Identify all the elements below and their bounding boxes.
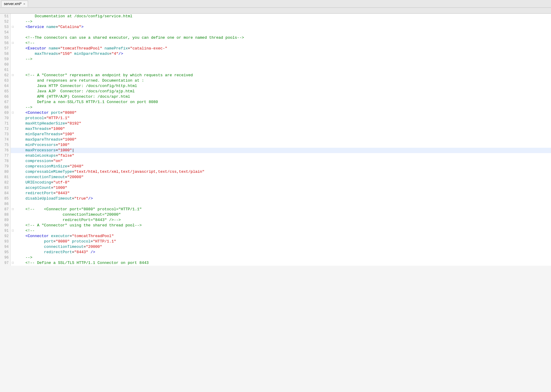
line-content-68[interactable]: --> (15, 105, 551, 110)
fold-indicator-88 (11, 212, 15, 217)
line-90: 90 <!-- A "Connector" using the shared t… (0, 223, 551, 228)
line-content-62[interactable]: <!-- A "Connector" represents an endpoin… (15, 73, 551, 78)
fold-indicator-73 (11, 132, 15, 137)
line-content-97[interactable]: <!-- Define a SSL/TLS HTTP/1.1 Connector… (15, 260, 551, 266)
line-content-82[interactable]: URIEncoding="utf-8" (15, 180, 551, 185)
line-content-63[interactable]: and responses are returned. Documentatio… (15, 78, 551, 83)
line-56: 56□ <!-- (0, 41, 551, 46)
line-64: 64 Java HTTP Connector: /docs/config/htt… (0, 83, 551, 89)
line-number-84: 84 (0, 191, 11, 196)
line-87: 87□ <!-- <Connector port="8080" protocol… (0, 207, 551, 212)
fold-indicator-90 (11, 223, 15, 228)
fold-indicator-62[interactable]: □ (11, 73, 15, 78)
line-content-89[interactable]: redirectPort="8443" />--> (15, 217, 551, 223)
tab-close-button[interactable]: × (23, 2, 25, 6)
line-content-75[interactable]: minProcessors="100" (15, 142, 551, 148)
line-number-73: 73 (0, 132, 11, 137)
fold-indicator-56[interactable]: □ (11, 41, 15, 46)
line-content-64[interactable]: Java HTTP Connector: /docs/config/http.h… (15, 83, 551, 89)
line-content-79[interactable]: compressionMinSize="2048" (15, 164, 551, 169)
line-58: 58 maxThreads="150" minSpareThreads="4"/… (0, 51, 551, 57)
line-number-70: 70 (0, 116, 11, 121)
line-content-88[interactable]: connectionTimeout="20000" (15, 212, 551, 217)
fold-indicator-53[interactable]: □ (11, 24, 15, 30)
fold-indicator-77 (11, 153, 15, 158)
line-content-51[interactable]: Documentation at /docs/config/service.ht… (15, 14, 551, 19)
line-content-96[interactable]: --> (15, 255, 551, 260)
line-content-70[interactable]: protocol="HTTP/1.1" (15, 116, 551, 121)
line-number-60: 60 (0, 62, 11, 67)
line-number-77: 77 (0, 153, 11, 158)
line-content-73[interactable]: minSpareThreads="100" (15, 132, 551, 137)
fold-indicator-67 (11, 99, 15, 105)
line-number-64: 64 (0, 83, 11, 89)
line-content-94[interactable]: connectionTimeout="20000" (15, 244, 551, 250)
line-content-78[interactable]: compression="on" (15, 158, 551, 164)
line-content-77[interactable]: enableLookups="false" (15, 153, 551, 158)
line-content-80[interactable]: compressableMimeType="text/html,text/xml… (15, 169, 551, 175)
line-number-53: 53 (0, 24, 11, 30)
line-89: 89 redirectPort="8443" />--> (0, 217, 551, 223)
line-content-55[interactable]: <!--The connectors can use a shared exec… (15, 35, 551, 41)
line-75: 75 minProcessors="100" (0, 142, 551, 148)
line-content-91[interactable]: <!-- (15, 228, 551, 234)
line-number-79: 79 (0, 164, 11, 169)
fold-indicator-52 (11, 19, 15, 24)
line-content-92[interactable]: <Connector executor="tomcatThreadPool" (15, 234, 551, 239)
line-81: 81 connectionTimeout="20000" (0, 175, 551, 180)
line-52: 52 --> (0, 19, 551, 24)
line-content-53[interactable]: <Service name="Catalina"> (15, 24, 551, 30)
line-92: 92 <Connector executor="tomcatThreadPool… (0, 234, 551, 239)
line-content-69[interactable]: <Connector port="8080" (15, 110, 551, 116)
line-content-56[interactable]: <!-- (15, 41, 551, 46)
fold-indicator-79 (11, 164, 15, 169)
line-content-60[interactable] (15, 62, 551, 67)
fold-indicator-81 (11, 175, 15, 180)
line-content-71[interactable]: maxHttpHeaderSize="8192" (15, 121, 551, 126)
fold-indicator-76 (11, 148, 15, 153)
line-88: 88 connectionTimeout="20000" (0, 212, 551, 217)
line-number-93: 93 (0, 239, 11, 244)
line-content-90[interactable]: <!-- A "Connector" using the shared thre… (15, 223, 551, 228)
line-content-93[interactable]: port="8080" protocol="HTTP/1.1" (15, 239, 551, 244)
line-content-83[interactable]: acceptCount="1000" (15, 185, 551, 191)
line-content-59[interactable]: --> (15, 57, 551, 62)
line-content-58[interactable]: maxThreads="150" minSpareThreads="4"/> (15, 51, 551, 57)
line-number-54: 54 (0, 30, 11, 35)
line-content-87[interactable]: <!-- <Connector port="8080" protocol="HT… (15, 207, 551, 212)
line-85: 85 disableUploadTimeout="true"/> (0, 196, 551, 201)
line-content-72[interactable]: maxThreads="1000" (15, 126, 551, 132)
line-content-57[interactable]: <Executor name="tomcatThreadPool" namePr… (15, 46, 551, 51)
line-content-86[interactable] (15, 201, 551, 207)
fold-indicator-87[interactable]: □ (11, 207, 15, 212)
fold-indicator-69[interactable]: □ (11, 110, 15, 116)
fold-indicator-58 (11, 51, 15, 57)
line-number-57: 57 (0, 46, 11, 51)
editor-tab[interactable]: server.xml* × (1, 1, 28, 7)
line-content-76[interactable]: maxProcessors="1000"| (15, 148, 551, 153)
line-content-84[interactable]: redirectPort="8443" (15, 191, 551, 196)
line-78: 78 compression="on" (0, 158, 551, 164)
fold-indicator-71 (11, 121, 15, 126)
line-number-58: 58 (0, 51, 11, 57)
fold-indicator-70 (11, 116, 15, 121)
line-content-61[interactable] (15, 67, 551, 73)
line-content-85[interactable]: disableUploadTimeout="true"/> (15, 196, 551, 201)
line-96: 96 --> (0, 255, 551, 260)
line-55: 55 <!--The connectors can use a shared e… (0, 35, 551, 41)
line-content-65[interactable]: Java AJP Connector: /docs/config/ajp.htm… (15, 89, 551, 94)
fold-indicator-97[interactable]: □ (11, 260, 15, 266)
line-number-96: 96 (0, 255, 11, 260)
line-62: 62□ <!-- A "Connector" represents an end… (0, 73, 551, 78)
line-content-54[interactable] (15, 30, 551, 35)
line-content-95[interactable]: redirectPort="8443" /> (15, 250, 551, 255)
line-79: 79 compressionMinSize="2048" (0, 164, 551, 169)
line-content-52[interactable]: --> (15, 19, 551, 24)
line-content-67[interactable]: Define a non-SSL/TLS HTTP/1.1 Connector … (15, 99, 551, 105)
line-number-78: 78 (0, 158, 11, 164)
line-content-66[interactable]: APR (HTTP/AJP) Connector: /docs/apr.html (15, 94, 551, 99)
fold-indicator-91[interactable]: □ (11, 228, 15, 234)
line-content-81[interactable]: connectionTimeout="20000" (15, 175, 551, 180)
line-content-74[interactable]: maxSpareThreads="1000" (15, 137, 551, 142)
fold-indicator-96 (11, 255, 15, 260)
